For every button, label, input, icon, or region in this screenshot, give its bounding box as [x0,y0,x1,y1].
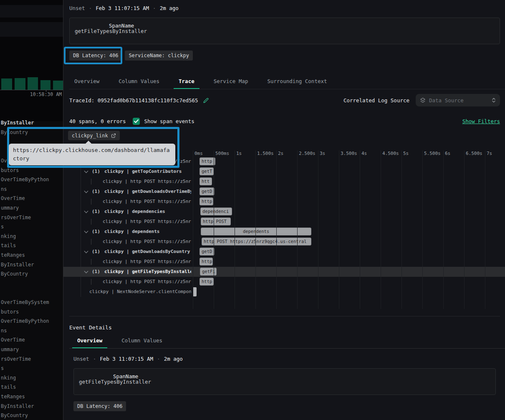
show-span-events-label[interactable]: Show span events [144,118,194,124]
span-row-label-zone: (1)clickpy | dependencies [63,207,191,217]
span-row-label-zone: clickpy | http POST https://z5nrz9qgc4.u… [63,277,191,287]
tab-surrounding-context[interactable]: Surrounding Context [263,76,332,89]
chevron-down-icon[interactable] [84,209,88,213]
span-bar[interactable]: http [199,258,213,266]
trace-span-row[interactable]: clickpy | NextNodeServer.clientCompone [63,287,505,297]
sidebar-item[interactable]: ByCountry [1,411,63,420]
sidebar-item[interactable]: ByInstaller [1,402,63,411]
service-name-badge[interactable]: ServiceName: clickpy [125,51,193,61]
chevron-down-icon[interactable] [84,169,88,173]
sidebar-item[interactable]: s [1,222,63,232]
sidebar-item[interactable]: teRanges [1,250,63,260]
sidebar-item[interactable]: butors [1,307,63,317]
trace-span-row[interactable]: (1)clickpy | getDownloadsOverTimeBySyste… [63,187,505,197]
span-bar[interactable]: getFi [200,268,217,276]
span-bar[interactable]: http POST [201,218,231,225]
event-details-title: Event Details [69,324,112,331]
db-latency-badge[interactable]: DB Latency: 406 [73,401,126,411]
span-row-label-zone: clickpy | http POST https://z5nrz9qgc4.u… [63,257,191,267]
status-text: Unset [69,5,85,12]
show-filters-link[interactable]: Show Filters [462,118,500,124]
trace-span-row[interactable]: clickpy | http POST https://z5nrz9qgc4.u… [63,257,505,267]
data-source-placeholder: Data Source [429,97,488,104]
sidebar-item[interactable]: OverTimeByPython [1,316,63,326]
sidebar-item[interactable]: ummary [1,203,63,213]
mini-bar-chart [0,77,63,90]
sidebar-item[interactable]: ByInstaller [1,260,63,270]
sidebar-item[interactable]: tails [1,382,63,392]
event-details-tab-bar: OverviewColumn Values [69,335,505,349]
mini-chart-time-label: 10:58:30 AM [30,91,62,97]
sidebar-item-bycountry[interactable]: ByCountry [1,128,63,137]
relative-time: 2m ago [164,355,183,363]
tab-trace[interactable]: Trace [174,76,199,89]
trace-span-row[interactable]: (1)clickpy | getFileTypesByInstallergetF… [63,267,505,277]
span-bar[interactable]: getT [199,167,214,175]
sidebar-item[interactable]: ns [1,185,63,194]
sidebar-item[interactable]: rsOverTime [1,213,63,223]
tab-column-values[interactable]: Column Values [114,76,164,89]
chevron-down-icon[interactable] [84,269,88,273]
tooltip-url: https://clickpy.clickhouse.com/dashboard… [13,147,170,162]
sidebar-item-byinstaller[interactable]: ByInstaller [1,118,63,128]
trace-span-row[interactable]: (1)clickpy | getTopContributorsgetT [63,167,505,177]
trace-span-row[interactable]: (1)clickpy | getDownloadsByCountrygetD [63,247,505,257]
sidebar-item[interactable]: teRanges [1,392,63,402]
span-bar[interactable]: dependenci [200,207,232,215]
trace-span-row[interactable]: (1)clickpy | dependenciesdependenci [63,207,505,217]
sidebar-item[interactable]: butors [1,166,63,175]
waterfall-gridline [360,150,360,309]
sidebar-item[interactable]: nking [1,373,63,383]
chevron-down-icon[interactable] [84,249,88,253]
trace-span-row[interactable]: clickpy | http POST https://z5nrz9qgc4.u… [63,177,505,187]
clickpy-link-button[interactable]: clickpy_link [68,131,120,140]
chevron-down-icon[interactable] [84,189,88,193]
relative-time: 2m ago [160,5,179,12]
data-source-select[interactable]: Data Source [416,94,500,106]
sidebar-item[interactable]: OverTimeBySystem [1,298,63,307]
span-bar[interactable]: getD [199,187,215,195]
sidebar-item[interactable]: ns [1,326,63,336]
sidebar-item[interactable]: ByCountry [1,269,63,279]
sidebar-item[interactable]: OverTime [1,335,63,345]
sidebar-item[interactable]: OverTimeByPython [1,175,63,185]
db-latency-badge[interactable]: DB Latency: 406 [69,51,122,61]
waterfall-gridline [422,150,423,309]
tab-overview[interactable]: Overview [69,76,104,89]
sidebar-item[interactable]: tails [1,241,63,250]
section-divider [69,316,500,316]
span-bar[interactable]: dependents [201,228,311,235]
trace-span-row[interactable]: (1)clickpy | dependentsdependents [63,227,505,237]
sidebar-item[interactable]: nking [1,232,63,241]
show-span-events-checkbox[interactable] [133,118,140,125]
span-child-count: (1) [92,247,100,257]
waterfall-gridline [443,150,444,309]
link-url-tooltip: https://clickpy.clickhouse.com/dashboard… [9,144,175,165]
chevron-down-icon[interactable] [84,229,88,233]
sidebar-item[interactable]: ummary [1,345,63,354]
waterfall-axis-tick: 5s [403,151,409,156]
sidebar-item[interactable]: rsOverTime [1,354,63,364]
waterfall-gridline [193,150,193,309]
trace-span-row[interactable]: clickpy | http POST https://z5nrz9qgc4.u… [63,217,505,227]
mini-chart-bar [28,77,38,90]
sidebar-item[interactable]: s [1,364,63,373]
span-label: clickpy | getTopContributors [104,167,182,177]
span-bar[interactable]: htt [199,177,212,185]
span-bar[interactable]: http [199,278,214,286]
span-bar[interactable]: getD [199,248,215,256]
separator-dot: · [89,5,92,12]
tab-service-map[interactable]: Service Map [209,76,253,89]
span-bar[interactable] [193,287,197,296]
event-tab-overview[interactable]: Overview [72,335,107,348]
edit-pencil-icon[interactable] [203,98,209,103]
trace-span-row[interactable]: clickpy | http POST https://z5nrz9qgc4.u… [63,237,505,247]
trace-span-row[interactable]: clickpy | http POST https://z5nrz9qgc4.u… [63,277,505,287]
trace-span-row[interactable]: clickpy | http POST https://z5nrz9qgc4.u… [63,197,505,207]
span-bar[interactable]: http [199,197,213,205]
event-tab-column-values[interactable]: Column Values [116,335,167,348]
span-bar[interactable]: http [199,157,215,165]
span-label: clickpy | getDownloadsByCountry [104,247,190,257]
span-bar[interactable]: http POST https://z5nrz9qgc4.us-central [202,238,311,245]
sidebar-item[interactable]: OverTime [1,194,63,203]
